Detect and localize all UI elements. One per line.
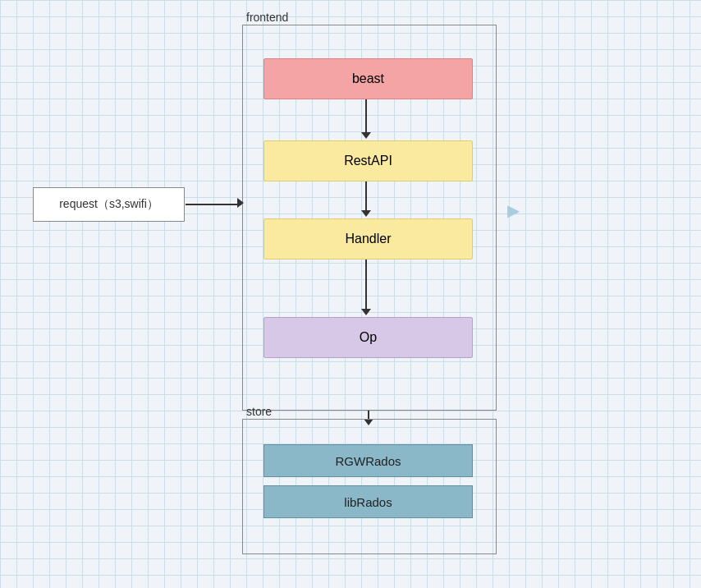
arrow-restapi-handler-head [361,210,371,217]
arrow-beast-restapi-head [361,132,371,139]
request-label: request（s3,swifi） [59,197,158,212]
request-box: request（s3,swifi） [33,187,185,222]
rgwrados-block: RGWRados [263,444,473,477]
store-box: store RGWRados libRados [242,419,497,554]
op-label: Op [360,330,377,345]
beast-block: beast [263,58,473,99]
request-arrow [186,204,241,205]
beast-label: beast [352,71,384,86]
arrow-handler-op-head [361,309,371,315]
restapi-label: RestAPI [344,154,392,168]
arrow-restapi-handler [365,181,367,213]
restapi-block: RestAPI [263,140,473,181]
right-cursor: ▶ [507,200,520,220]
frontend-label: frontend [246,11,288,24]
librados-label: libRados [344,495,392,509]
librados-block: libRados [263,485,473,518]
frontend-box: frontend beast RestAPI Handler Op [242,25,497,411]
rgwrados-label: RGWRados [335,454,401,468]
arrow-beast-restapi [365,99,367,135]
store-label: store [246,405,272,418]
arrow-handler-op [365,260,367,311]
op-block: Op [263,317,473,358]
handler-block: Handler [263,218,473,260]
handler-label: Handler [345,232,391,246]
diagram-area: frontend beast RestAPI Handler Op store [0,0,701,588]
request-arrow-head [237,198,244,208]
